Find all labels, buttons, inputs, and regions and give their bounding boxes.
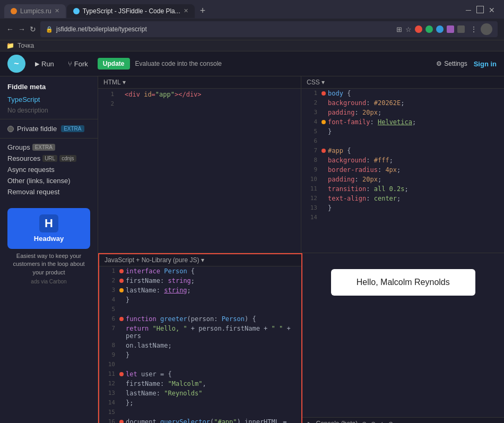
signin-button[interactable]: Sign in [474, 60, 497, 68]
html-panel-body[interactable]: 1 <div id="app"></div> 2 [98, 89, 301, 253]
css-line-3: 3 padding: 20px; [301, 108, 504, 117]
css-dot-3 [321, 110, 326, 115]
menu-icon[interactable]: ⋮ [470, 25, 477, 33]
js-line-11: 11 let user = { [99, 369, 301, 379]
js-line-num-16: 16 [102, 418, 115, 424]
js-dot-11 [119, 372, 124, 376]
console-bar[interactable]: ▶ Console (beta) ⊘ ⊘ △ ⊘ [302, 417, 505, 423]
css-content-10: padding: 20px; [328, 176, 381, 183]
js-line-10: 10 [99, 360, 301, 369]
sidebar-item-framework[interactable]: TypeScript [0, 94, 98, 105]
js-line-5: 5 [99, 305, 301, 314]
tab-close-1[interactable]: ✕ [55, 7, 59, 14]
console-icon-4: ⊘ [388, 420, 393, 424]
star-icon[interactable]: ☆ [405, 25, 412, 33]
avatar-icon [481, 23, 492, 35]
result-box: Hello, Malcolm Reynolds [331, 269, 475, 296]
js-line-num-7: 7 [102, 325, 115, 332]
js-line-num-1: 1 [102, 267, 115, 274]
toolbar-desc: Evaluate code into the console [135, 60, 222, 67]
ext-icon-green [425, 25, 433, 33]
settings-button[interactable]: ⚙ Settings [436, 60, 467, 67]
css-dot-9 [321, 168, 326, 172]
js-dot-1 [119, 269, 124, 273]
tab-label-1: Lumpics.ru [20, 7, 51, 15]
opera-icon [415, 25, 422, 33]
js-line-num-5: 5 [102, 306, 115, 313]
ad-icon: H [39, 214, 58, 232]
js-line-16: 16 document.querySelector("#app").innerH… [99, 417, 301, 424]
run-button[interactable]: ▶ Run [31, 58, 58, 70]
window-controls: ─ ✕ [465, 6, 500, 16]
js-line-15: 15 [99, 408, 301, 417]
js-line-num-13: 13 [102, 390, 115, 396]
maximize-button[interactable] [476, 6, 484, 13]
toggle-icon[interactable] [7, 126, 14, 132]
sidebar-title: Fiddle meta [0, 81, 98, 94]
css-dot-8 [321, 158, 326, 162]
js-dot-12 [119, 382, 124, 386]
css-panel: CSS ▾ 1 body { 2 background: #20262E; [301, 76, 504, 253]
forward-button[interactable]: → [18, 25, 25, 33]
result-content: Hello, Malcolm Reynolds [302, 253, 505, 418]
js-content-13: lastName: "Reynolds" [126, 390, 203, 397]
js-content-8: on.lastName; [126, 342, 172, 349]
css-line-num-7: 7 [305, 147, 317, 154]
other-item[interactable]: Other (links, license) [0, 175, 98, 186]
js-content-2: firstName: string; [126, 277, 195, 284]
js-dot-6 [119, 317, 124, 321]
css-dot-11 [321, 187, 326, 191]
url-input-box[interactable]: 🔒 jsfiddle.net/boilerplate/typescript ⊞ … [40, 21, 498, 37]
js-line-num-8: 8 [102, 342, 115, 349]
sidebar-divider-1 [0, 119, 98, 119]
js-dot-3 [119, 288, 124, 292]
css-content-1: body { [328, 90, 351, 97]
html-panel-header[interactable]: HTML ▾ [98, 76, 301, 89]
css-content-8: background: #fff; [328, 157, 393, 164]
html-code-line-2: 2 [98, 100, 301, 110]
js-line-num-12: 12 [102, 380, 115, 387]
update-button[interactable]: Update [98, 58, 130, 70]
new-tab-button[interactable]: + [196, 3, 210, 19]
css-line-num-6: 6 [305, 137, 317, 144]
sidebar-ad[interactable]: H Headway Easiest way to keep your custo… [7, 208, 90, 284]
js-panel-header[interactable]: JavaScript + No-Library (pure JS) ▾ [99, 254, 301, 266]
js-panel-body[interactable]: 1 interface Person { 2 firstName: string… [99, 266, 301, 424]
js-line-num-2: 2 [102, 277, 115, 284]
css-panel-body[interactable]: 1 body { 2 background: #20262E; 3 p [301, 89, 504, 253]
tab-active[interactable]: TypeScript - JSFiddle - Code Pla... ✕ [67, 4, 195, 18]
js-dot-9 [119, 353, 124, 357]
private-badge: EXTRA [61, 125, 84, 132]
minimize-button[interactable]: ─ [465, 6, 472, 13]
cdnjs-badge: cdnjs [59, 155, 76, 162]
html-code-line-1: 1 <div id="app"></div> [98, 89, 301, 100]
groups-label[interactable]: Groups [7, 143, 30, 151]
back-button[interactable]: ← [6, 25, 14, 33]
editor-area: HTML ▾ 1 <div id="app"></div> 2 CSS ▾ [98, 76, 504, 423]
console-icon-1: ⊘ [362, 420, 367, 424]
ad-source: ads via Carbon [7, 279, 90, 284]
tab-close-2[interactable]: ✕ [184, 7, 188, 14]
bookmark-bar: 📁 Точка [0, 40, 504, 51]
bookmark-label[interactable]: Точка [18, 42, 34, 49]
css-panel-label: CSS ▾ [307, 79, 325, 86]
css-dot-2 [321, 101, 326, 105]
reload-button[interactable]: ↻ [30, 25, 36, 33]
fork-icon: ⑂ [68, 60, 72, 68]
css-panel-header[interactable]: CSS ▾ [301, 76, 504, 89]
removal-item[interactable]: Removal request [0, 186, 98, 197]
css-content-9: border-radius: 4px; [328, 166, 401, 174]
tab-inactive[interactable]: Lumpics.ru ✕ [4, 4, 66, 18]
css-content-13: } [328, 204, 332, 212]
sidebar-divider-2 [0, 138, 98, 139]
close-button[interactable]: ✕ [488, 6, 496, 13]
resources-label[interactable]: Resources [7, 154, 40, 162]
sidebar-item-description: No description [0, 105, 98, 116]
css-line-num-13: 13 [305, 204, 317, 211]
fork-button[interactable]: ⑂ Fork [64, 58, 92, 70]
js-line-13: 13 lastName: "Reynolds" [99, 389, 301, 398]
js-line-num-10: 10 [102, 361, 115, 368]
async-item[interactable]: Async requests [0, 164, 98, 175]
result-text: Hello, Malcolm Reynolds [357, 278, 450, 287]
js-line-12: 12 firstName: "Malcolm", [99, 379, 301, 389]
